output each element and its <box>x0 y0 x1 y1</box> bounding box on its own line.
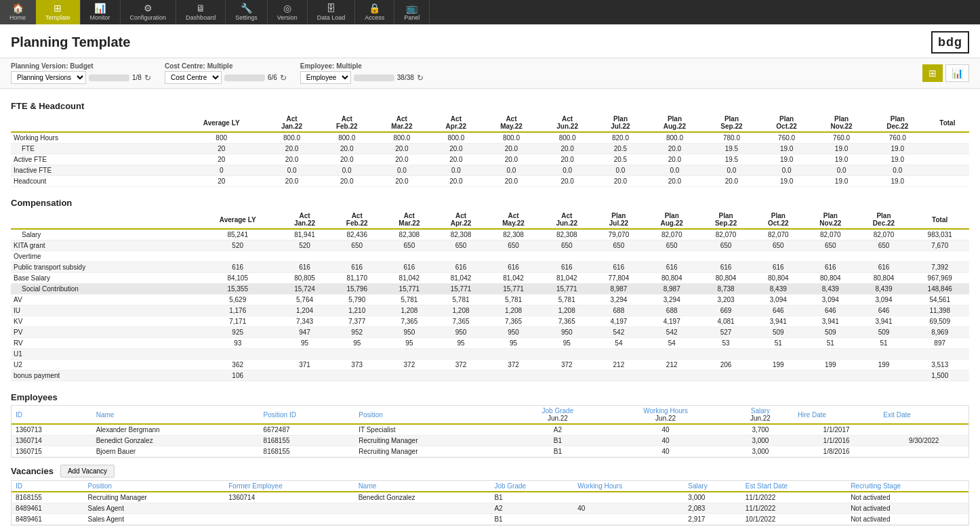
fte-cell: 0.0 <box>703 165 760 176</box>
fte-row: Headcount2020.020.020.020.020.020.020.02… <box>11 176 969 187</box>
vacancies-scroll-container[interactable]: ID Position Former Employee Name Job Gra… <box>11 480 969 526</box>
vac-cell-name: Benedict Gonzalez <box>354 492 491 503</box>
fte-cell: 20.0 <box>429 154 483 165</box>
comp-cell <box>540 349 593 360</box>
nav-home-label: Home <box>9 14 26 21</box>
comp-cell: 54 <box>645 338 699 349</box>
employee-select[interactable]: Employee <box>300 71 351 84</box>
comp-cell: 3,941 <box>753 316 804 327</box>
fte-cell <box>926 132 969 144</box>
fte-col-nov22: PlanNov.22 <box>813 114 870 132</box>
nav-access[interactable]: 🔒 Access <box>355 0 394 24</box>
vac-cell-position: Sales Agent <box>84 503 225 514</box>
fte-cell: 800.0 <box>264 132 319 144</box>
add-vacancy-button[interactable]: Add Vacancy <box>60 465 115 478</box>
comp-cell <box>857 371 911 381</box>
vac-cell-former_employee: 1360714 <box>224 492 354 503</box>
nav-template[interactable]: ⊞ Template <box>36 0 81 24</box>
emp-col-exit-date: Exit Date <box>879 406 968 424</box>
vac-col-name: Name <box>354 481 491 492</box>
comp-cell: 3,294 <box>645 295 699 305</box>
employee-refresh-icon[interactable]: ↻ <box>417 73 424 83</box>
fte-col-label <box>11 114 178 132</box>
comp-cell: 8,439 <box>804 284 857 295</box>
comp-cell <box>699 371 753 381</box>
comp-cell: 520 <box>279 240 331 251</box>
nav-dashboard[interactable]: 🖥 Dashboard <box>176 0 226 24</box>
comp-row-label: Overtime <box>11 251 197 262</box>
fte-cell: 800.0 <box>375 132 430 144</box>
fte-cell: 20.0 <box>375 144 430 154</box>
planning-version-refresh-icon[interactable]: ↻ <box>144 73 151 83</box>
comp-cell: 1,208 <box>540 305 593 316</box>
comp-cell: 983,031 <box>910 229 969 240</box>
nav-home[interactable]: 🏠 Home <box>0 0 36 24</box>
emp-cell-id: 1360715 <box>12 446 92 457</box>
fte-cell: 0.0 <box>375 165 430 176</box>
nav-panel[interactable]: 📺 Panel <box>394 0 430 24</box>
filters-bar: Planning Version: Budget Planning Versio… <box>0 58 980 89</box>
chart-view-button[interactable]: 📊 <box>945 64 969 82</box>
comp-cell: 93 <box>197 338 279 349</box>
comp-cell: 53 <box>699 338 753 349</box>
comp-row: RV93959595959595545453515151897 <box>11 338 969 349</box>
fte-cell: 780.0 <box>703 132 760 144</box>
nav-monitor[interactable]: 📊 Monitor <box>81 0 121 24</box>
comp-cell <box>645 371 699 381</box>
comp-col-may22: ActMay.22 <box>487 211 541 229</box>
comp-cell: 650 <box>540 240 593 251</box>
emp-cell-exit_date <box>879 424 968 436</box>
comp-cell: 7,377 <box>331 316 384 327</box>
nav-version[interactable]: ◎ Version <box>268 0 308 24</box>
comp-cell: 372 <box>435 360 487 371</box>
fte-cell: 20.0 <box>264 176 319 187</box>
fte-header-row: Average LY ActJan.22 ActFeb.22 ActMar.22… <box>11 114 969 132</box>
cost-centre-refresh-icon[interactable]: ↻ <box>280 73 287 83</box>
fte-cell <box>926 165 969 176</box>
vac-cell-id: 8168155 <box>12 492 84 503</box>
fte-col-jul22: PlanJul.22 <box>595 114 646 132</box>
comp-cell: 616 <box>857 262 911 273</box>
fte-cell: 19.0 <box>870 144 926 154</box>
vac-cell-recruiting_stage: Not activated <box>846 503 968 514</box>
comp-cell <box>593 371 645 381</box>
emp-cell-hire_date: 1/1/2016 <box>794 436 879 446</box>
comp-cell <box>857 349 911 360</box>
comp-cell <box>487 371 541 381</box>
vac-cell-est_start_date: 11/1/2022 <box>741 492 846 503</box>
comp-cell: 1,208 <box>384 305 436 316</box>
comp-cell: 81,170 <box>331 273 384 284</box>
comp-cell: 372 <box>384 360 436 371</box>
emp-cell-name: Alexander Bergmann <box>92 424 260 436</box>
nav-configuration[interactable]: ⚙ Configuration <box>121 0 177 24</box>
comp-cell: 199 <box>857 360 911 371</box>
comp-cell: 81,941 <box>279 229 331 240</box>
comp-cell: 616 <box>331 262 384 273</box>
fte-row-label: Inactive FTE <box>11 165 178 176</box>
nav-data-load[interactable]: 🗄 Data Load <box>308 0 356 24</box>
comp-row: U236237137337237237237221221220619919919… <box>11 360 969 371</box>
comp-cell <box>384 251 436 262</box>
comp-row-label: AV <box>11 295 197 305</box>
fte-cell: 800.0 <box>429 132 483 144</box>
comp-cell: 669 <box>699 305 753 316</box>
fte-cell: 19.5 <box>703 144 760 154</box>
comp-cell: 5,781 <box>487 295 541 305</box>
nav-settings[interactable]: 🔧 Settings <box>226 0 268 24</box>
fte-row-label: Working Hours <box>11 132 178 144</box>
planning-version-select[interactable]: Planning Versions <box>11 71 86 84</box>
comp-cell: 3,094 <box>857 295 911 305</box>
comp-cell <box>331 349 384 360</box>
cost-centre-select[interactable]: Cost Centre <box>165 71 222 84</box>
fte-cell: 19.5 <box>703 154 760 165</box>
vac-cell-working_hours <box>573 492 684 503</box>
comp-cell: 81,042 <box>487 273 541 284</box>
nav-settings-label: Settings <box>235 14 258 21</box>
fte-col-jun22: ActJun.22 <box>539 114 595 132</box>
vac-cell-working_hours: 40 <box>573 503 684 514</box>
fte-cell: 800.0 <box>483 132 540 144</box>
emp-cell-job_grade: B1 <box>512 436 605 446</box>
comp-cell: 84,105 <box>197 273 279 284</box>
grid-view-button[interactable]: ⊞ <box>922 64 943 82</box>
employees-scroll-container[interactable]: ID Name Position ID Position Job GradeJu… <box>11 405 969 458</box>
